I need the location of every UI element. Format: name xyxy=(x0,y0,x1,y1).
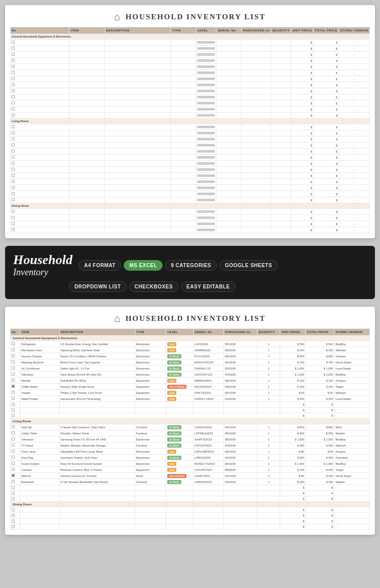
level-bar xyxy=(197,199,215,201)
checkbox[interactable] xyxy=(12,480,15,483)
checkbox[interactable] xyxy=(12,156,15,159)
checkbox[interactable] xyxy=(12,514,15,517)
checkbox[interactable] xyxy=(12,525,15,528)
level-bar xyxy=(197,193,215,195)
checkbox[interactable] xyxy=(12,180,15,183)
checkbox[interactable] xyxy=(12,468,15,471)
table-row: $$- xyxy=(11,94,370,100)
checkbox[interactable] xyxy=(12,77,15,80)
level-bar xyxy=(197,108,215,111)
checkbox[interactable] xyxy=(12,174,15,177)
table-row: $$- xyxy=(11,142,370,149)
level-bar xyxy=(197,41,215,44)
badge-9categories: 9 CATEGORIES xyxy=(165,260,217,271)
checkbox[interactable] xyxy=(12,403,15,406)
badge-a4format: A4 FORMAT xyxy=(79,260,121,271)
checkbox[interactable] xyxy=(12,444,15,447)
checkbox[interactable] xyxy=(12,228,15,231)
checkbox[interactable] xyxy=(12,437,15,440)
checkbox[interactable] xyxy=(12,373,15,376)
checkbox[interactable] xyxy=(12,450,15,453)
table-row: BlenderNutriBullet Pro 900wEquipmentLowN… xyxy=(11,378,370,384)
level-bar xyxy=(197,126,215,128)
col-unit-price: UNIT PRICE xyxy=(291,27,314,34)
checkbox[interactable] xyxy=(12,508,15,511)
checkbox[interactable] xyxy=(12,385,15,388)
checkbox[interactable] xyxy=(12,414,15,417)
spreadsheet-detailed-card: ⌂ Household Inventory List No ITEM DESCR… xyxy=(5,307,375,535)
level-bar xyxy=(197,210,215,213)
checkbox[interactable] xyxy=(12,168,15,171)
checkbox[interactable] xyxy=(12,47,15,50)
checkbox[interactable] xyxy=(12,162,15,165)
checkbox[interactable] xyxy=(12,342,15,345)
checkbox[interactable] xyxy=(12,89,15,92)
checkbox[interactable] xyxy=(12,431,15,434)
brand-title: Household Inventory xyxy=(13,253,72,277)
checkbox[interactable] xyxy=(12,114,15,117)
checkbox[interactable] xyxy=(12,397,15,400)
checkbox[interactable] xyxy=(12,222,15,225)
category-row: General Household Equipment & Electronic… xyxy=(11,336,370,341)
checkbox[interactable] xyxy=(12,216,15,219)
table-row: TelevisionSony Bravia 55-inch 4K Ultra H… xyxy=(11,372,370,378)
checkbox[interactable] xyxy=(12,360,15,363)
table-row: $$- xyxy=(11,507,370,513)
status-badge: Out of Stock xyxy=(167,385,186,389)
checkbox[interactable] xyxy=(12,150,15,153)
table-row: RefrigeratorLG Double-Door, Energy Star … xyxy=(11,341,370,347)
table-row: $$- xyxy=(11,70,370,76)
checkbox[interactable] xyxy=(12,210,15,213)
checkbox[interactable] xyxy=(12,486,15,489)
checkbox[interactable] xyxy=(12,391,15,394)
table-row: $$- xyxy=(11,491,370,496)
table-row: Vacuum CleanerDyson V11-Cordless, HEPA F… xyxy=(11,353,370,359)
status-badge: In Stock xyxy=(167,373,181,377)
badges-row-bottom: DROPDOWN LIST CHECKBOXES EASY EDITABLE xyxy=(13,281,367,292)
checkbox[interactable] xyxy=(12,492,15,495)
checkbox[interactable] xyxy=(12,186,15,189)
status-badge: Low xyxy=(167,462,176,466)
checkbox[interactable] xyxy=(12,107,15,111)
level-bar xyxy=(197,59,215,62)
checkbox[interactable] xyxy=(12,379,15,382)
checkbox[interactable] xyxy=(12,95,15,98)
checkbox[interactable] xyxy=(12,59,15,62)
level-bar xyxy=(197,96,215,98)
checkbox[interactable] xyxy=(12,83,15,86)
detailed-table: No ITEM DESCRIPTION TYPE LEVEL SERIAL No… xyxy=(10,328,370,530)
checkbox[interactable] xyxy=(12,137,15,140)
checkbox[interactable] xyxy=(12,53,15,56)
table-row: Wall ArtAbstract Canvas Art, FramedDecor… xyxy=(11,473,370,479)
table-row: $$- xyxy=(11,524,370,530)
checkbox[interactable] xyxy=(12,348,15,351)
checkbox[interactable] xyxy=(12,425,15,428)
table-row: $$- xyxy=(11,485,370,491)
table-row: $$- xyxy=(11,64,370,70)
checkbox[interactable] xyxy=(12,409,15,412)
checkbox[interactable] xyxy=(12,125,15,128)
checkbox[interactable] xyxy=(12,497,15,500)
checkbox[interactable] xyxy=(12,462,15,465)
table-row: $$- xyxy=(11,149,370,155)
checkbox[interactable] xyxy=(12,41,15,44)
th-purchased: PURCHASED on xyxy=(223,329,257,336)
checkbox[interactable] xyxy=(12,366,15,370)
table-row: Bookshelf5-Tier Wooden Bookshelf, Dark B… xyxy=(11,479,370,485)
checkbox[interactable] xyxy=(12,101,15,104)
checkbox[interactable] xyxy=(12,65,15,68)
checkbox[interactable] xyxy=(12,520,15,523)
table-row: $$- xyxy=(11,408,370,413)
th-level: LEVEL xyxy=(166,329,194,336)
checkbox[interactable] xyxy=(12,131,15,134)
checkbox[interactable] xyxy=(12,456,15,459)
checkbox[interactable] xyxy=(12,474,15,477)
table-row: $$- xyxy=(11,106,370,113)
checkbox[interactable] xyxy=(12,198,15,201)
checkbox[interactable] xyxy=(12,192,15,195)
checkbox[interactable] xyxy=(12,143,15,146)
checkbox[interactable] xyxy=(12,71,15,74)
checkbox[interactable] xyxy=(12,354,15,357)
preview-table: No ITEM DESCRIPTION TYPE LEVEL SERIAL No… xyxy=(10,27,370,233)
th-desc: DESCRIPTION xyxy=(59,329,135,336)
